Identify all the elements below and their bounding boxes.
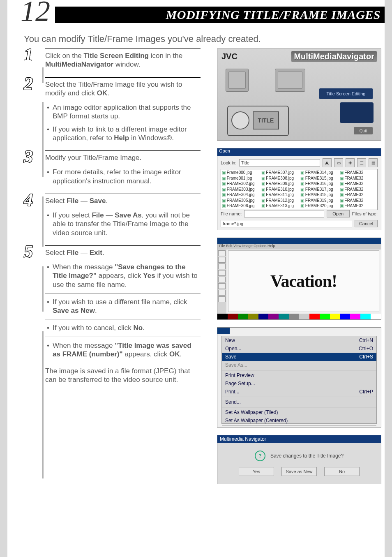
prompt-row: ? Save changes to the Title Image? [255,451,344,461]
file-item[interactable]: FRAME32 [340,176,377,181]
menu-item[interactable]: Save As... [222,361,376,369]
file-item[interactable]: Frame001.jpg [222,176,259,181]
text-bold: Exit [90,249,102,257]
quit-button[interactable]: Quit [354,127,373,134]
prompt-message: Save changes to the Title Image? [270,453,344,459]
file-item[interactable]: FRAME309.jpg [261,181,298,187]
file-item[interactable]: FRAME318.jpg [300,192,337,198]
bullets: If you select File — Save As, you will n… [45,211,201,237]
file-item[interactable]: FRAME32 [340,181,377,187]
no-button[interactable]: No [324,467,360,476]
file-item[interactable]: FRAME313.jpg [261,203,298,209]
filename-field[interactable] [244,210,324,217]
text: Select [45,197,67,205]
lookin-row: Look in: Title ⮝ ▭ ✚ ☰ ▤ [221,158,378,167]
file-item[interactable]: FRAME32 [340,192,377,198]
text-bold: Yes [143,272,155,280]
file-item[interactable]: FRAME32 [340,187,377,192]
intro-text: You can modify Title/Frame Images you've… [24,34,385,44]
text: Modify your Title/Frame Image. [45,154,141,162]
title-screen-editing-button[interactable]: Title Screen Editing [319,88,373,99]
file-item[interactable]: FRAME305.jpg [222,198,259,203]
color-palette[interactable] [217,314,381,319]
tool-icon[interactable] [218,283,226,289]
menu-item[interactable]: Set As Wallpaper (Tiled) [222,408,376,416]
type-value: frame*.jpg [223,221,243,226]
file-item[interactable]: FRAME316.jpg [300,181,337,187]
menu-item[interactable]: Print Preview [222,371,376,379]
file-item[interactable]: FRAME307.jpg [261,170,298,176]
text: If you with to cancel, click [53,324,134,332]
tool-icon[interactable] [218,277,226,282]
details-icon[interactable]: ▤ [369,158,378,167]
menu-item[interactable]: Page Setup... [222,379,376,388]
file-list[interactable]: Frame000.jpgFRAME307.jpgFRAME314.jpgFRAM… [221,169,378,210]
open-button[interactable]: Open [327,210,350,217]
tool-icon[interactable] [218,296,226,302]
file-item[interactable]: FRAME303.jpg [222,187,259,192]
folder-name: Title [241,160,249,165]
tool-icon[interactable] [218,250,226,256]
text-bold: No [134,324,143,332]
file-item[interactable]: FRAME306.jpg [222,203,259,209]
file-item[interactable]: FRAME312.jpg [261,198,298,203]
file-item[interactable]: FRAME314.jpg [300,170,337,176]
editor-menubar[interactable]: File Edit View Image Options Help [217,244,381,250]
folder-combo[interactable]: Title [239,159,320,166]
bullet: When the message "Save changes to the Ti… [45,263,201,289]
file-menu[interactable]: NewCtrl+NOpen...Ctrl+OSaveCtrl+SSave As.… [221,336,377,424]
file-item[interactable]: FRAME310.jpg [261,187,298,192]
yes-button[interactable]: Yes [239,467,274,476]
file-item[interactable]: FRAME317.jpg [300,187,337,192]
text: . [106,197,108,205]
type-field[interactable]: frame*.jpg [221,220,352,227]
figure-prompt: Multimedia Navigator ? Save changes to t… [217,435,381,484]
text: . [95,307,97,314]
newfolder-icon[interactable]: ✚ [346,158,355,167]
text: window. [113,60,140,68]
text: . [180,350,182,358]
menu-item[interactable]: SaveCtrl+S [222,353,376,361]
badge-icon[interactable] [275,69,305,92]
badge-icon[interactable] [226,69,249,92]
list-icon[interactable]: ☰ [357,158,366,167]
canvas-text: Vacation! [270,271,337,291]
file-item[interactable]: FRAME304.jpg [222,192,259,198]
text-bold: File [67,249,78,257]
step-body: Select File — Save. If you select File —… [45,194,201,237]
menu-item[interactable]: 1 D:\Work\...\capture1.bmp [222,427,376,428]
step-number: 3 [24,146,41,164]
menu-item[interactable]: NewCtrl+N [222,336,376,344]
file-item[interactable]: FRAME308.jpg [261,176,298,181]
text: When the message [53,263,115,271]
step-1: 1 Click on the Title Screen Editing icon… [24,49,201,69]
file-item[interactable]: FRAME319.jpg [300,198,337,203]
file-item[interactable]: FRAME32 [340,170,377,176]
file-item[interactable]: Frame000.jpg [222,170,259,176]
tool-icon[interactable] [218,290,226,296]
file-item[interactable]: FRAME32 [340,198,377,203]
tool-icon[interactable] [218,270,226,276]
menu-item[interactable]: Open...Ctrl+O [222,344,376,353]
file-item[interactable]: FRAME315.jpg [300,176,337,181]
file-item[interactable]: FRAME302.jpg [222,181,259,187]
text-bold: File [67,197,78,205]
step-number: 2 [24,73,41,90]
tool-icon[interactable] [218,263,226,269]
file-item[interactable]: FRAME320.jpg [300,203,337,209]
editor-toolbox[interactable] [217,250,226,314]
save-as-new-button[interactable]: Save as New [281,467,317,476]
text-bold: Save as New [53,307,95,314]
editor-canvas[interactable]: Vacation! [228,250,379,312]
device-graphic: TITLE [227,106,289,136]
desktop-icon[interactable]: ▭ [334,158,343,167]
menu-item[interactable]: Print...Ctrl+P [222,388,376,396]
cancel-button[interactable]: Cancel [355,220,378,227]
text: For more details, refer to the image edi… [53,168,181,185]
up-icon[interactable]: ⮝ [323,158,332,167]
tool-icon[interactable] [218,257,226,263]
menu-item[interactable]: Send... [222,398,376,406]
file-item[interactable]: FRAME311.jpg [261,192,298,198]
file-item[interactable]: FRAME32 [340,203,377,209]
menu-item[interactable]: Set As Wallpaper (Centered) [222,416,376,425]
